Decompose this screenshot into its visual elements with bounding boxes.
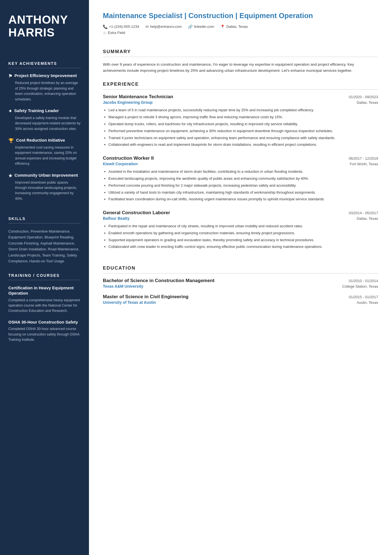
achievement-icon-4: ★: [8, 173, 12, 178]
exp-bullets-1: Led a team of 5 in road maintenance proj…: [103, 107, 378, 148]
exp-company-row-2: Kiewit Corporation Fort Worth, Texas: [103, 162, 378, 166]
contact-row: 📞 +1-(234)-555-1234 ✉ help@enhancv.com 🔗…: [103, 24, 378, 29]
bullet: Performed concrete pouring and finishing…: [108, 183, 378, 189]
exp-header-2: Construction Worker II 06/2017 - 12/2019: [103, 156, 378, 161]
achievement-desc-1: Reduced project timelines by an average …: [8, 80, 81, 102]
achievement-icon-1: ⚑: [8, 73, 12, 79]
exp-location-1: Dallas, Texas: [357, 100, 378, 105]
bullet: Collaborated with engineers to read and …: [108, 142, 378, 148]
main-content: Maintenance Specialist | Construction | …: [89, 0, 392, 555]
exp-company-1: Jacobs Engineering Group: [103, 100, 153, 105]
location-contact: 📍 Dallas, Texas: [220, 24, 248, 29]
edu-entry-1: Bachelor of Science in Construction Mana…: [103, 278, 378, 288]
training-item-2: OSHA 30-Hour Construction Safety Complet…: [8, 319, 81, 343]
linkedin-contact: 🔗 linkedin.com: [188, 24, 214, 29]
experience-section-title: EXPERIENCE: [103, 82, 378, 87]
achievement-title: ★ Community Urban Improvement: [8, 173, 81, 178]
exp-entry-2: Construction Worker II 06/2017 - 12/2019…: [103, 156, 378, 203]
achievements-section-title: KEY ACHIEVEMENTS: [8, 61, 81, 66]
training-title-2: OSHA 30-Hour Construction Safety: [8, 319, 81, 325]
exp-location-3: Dallas, Texas: [357, 216, 378, 221]
achievement-item: ★ Community Urban Improvement Improved d…: [8, 173, 81, 202]
candidate-name: ANTHONYHARRIS: [8, 13, 81, 39]
email-contact: ✉ help@enhancv.com: [145, 24, 182, 29]
extra-field-row: ☆ Extra Field: [103, 31, 378, 35]
bullet: Assisted in the installation and mainten…: [108, 169, 378, 175]
exp-entry-1: Senior Maintenance Technician 01/2020 - …: [103, 94, 378, 149]
edu-location-2: Austin, Texas: [357, 300, 378, 305]
linkedin-icon: 🔗: [188, 24, 193, 29]
location-text: Dallas, Texas: [226, 24, 248, 29]
bullet: Trained 4 junior technicians on equipmen…: [108, 135, 378, 141]
bullet: Led a team of 5 in road maintenance proj…: [108, 107, 378, 113]
exp-header-3: General Construction Laborer 03/2014 - 0…: [103, 210, 378, 216]
edu-entry-2: Master of Science in Civil Engineering 0…: [103, 294, 378, 305]
edu-dates-2: 01/2015 - 01/2017: [349, 294, 378, 299]
location-icon: 📍: [220, 24, 225, 29]
education-section-title: EDUCATION: [103, 265, 378, 271]
training-section-title: TRAINING / COURSES: [8, 273, 81, 278]
achievement-title: ✦ Safety Training Leader: [8, 108, 81, 114]
edu-degree-2: Master of Science in Civil Engineering: [103, 294, 188, 300]
summary-section-title: SUMMARY: [103, 49, 378, 55]
training-item-1: Certification in Heavy Equipment Operati…: [8, 285, 81, 314]
exp-company-3: Balfour Beatty: [103, 216, 130, 221]
bullet: Participated in the repair and maintenan…: [108, 223, 378, 229]
linkedin-text: linkedin.com: [194, 24, 214, 29]
phone-text: +1-(234)-555-1234: [109, 24, 139, 29]
achievement-title: ⚑ Project Efficiency Improvement: [8, 73, 81, 79]
summary-text: With over 9 years of experience in const…: [103, 61, 378, 74]
exp-bullets-2: Assisted in the installation and mainten…: [103, 169, 378, 202]
summary-divider: [103, 57, 378, 57]
bullet: Operated dump trucks, rollers, and backh…: [108, 121, 378, 127]
bullet: Managed a project to rebuild 3 driving a…: [108, 114, 378, 120]
bullet: Performed preventive maintenance on equi…: [108, 128, 378, 134]
skills-text: Construction, Preventive Maintenance, Eq…: [8, 228, 81, 264]
achievement-icon-2: ✦: [8, 108, 12, 114]
training-title-1: Certification in Heavy Equipment Operati…: [8, 285, 81, 296]
exp-dates-3: 03/2014 - 05/2017: [349, 210, 378, 215]
exp-job-title-2: Construction Worker II: [103, 156, 154, 161]
phone-contact: 📞 +1-(234)-555-1234: [103, 24, 139, 29]
training-desc-2: Completed OSHA 30-hour advanced course f…: [8, 326, 81, 342]
bullet: Collaborated with crew leader in erectin…: [108, 244, 378, 250]
edu-header-1: Bachelor of Science in Construction Mana…: [103, 278, 378, 283]
achievement-desc-3: Implemented cost-saving measures in equi…: [8, 145, 81, 167]
email-icon: ✉: [145, 24, 149, 29]
exp-dates-1: 01/2020 - 09/2023: [349, 94, 378, 99]
extra-icon: ☆: [103, 31, 106, 35]
edu-location-1: College Station, Texas: [342, 284, 378, 288]
achievement-item: ✦ Safety Training Leader Developed a saf…: [8, 108, 81, 132]
education-divider: [103, 273, 378, 273]
email-text: help@enhancv.com: [150, 24, 182, 29]
bullet: Supported equipment operators in grading…: [108, 237, 378, 243]
achievement-desc-2: Developed a safety training module that …: [8, 115, 81, 132]
bullet: Enabled smooth operations by gathering a…: [108, 230, 378, 236]
edu-dates-1: 01/2010 - 01/2014: [349, 278, 378, 283]
achievement-desc-4: Improved downtown public spaces through …: [8, 180, 81, 202]
bullet: Facilitated team coordination during on-…: [108, 196, 378, 202]
experience-divider: [103, 89, 378, 90]
exp-job-title-1: Senior Maintenance Technician: [103, 94, 173, 100]
achievement-title: 🏆 Cost Reduction Initiative: [8, 138, 81, 143]
bullet: Executed landscaping projects, improving…: [108, 176, 378, 182]
edu-school-row-1: Texas A&M University College Station, Te…: [103, 284, 378, 288]
skills-divider: [8, 223, 81, 223]
extra-field-text: Extra Field: [108, 31, 125, 35]
bullet: Utilized a variety of hand tools to main…: [108, 190, 378, 196]
exp-company-row-1: Jacobs Engineering Group Dallas, Texas: [103, 100, 378, 105]
exp-company-row-3: Balfour Beatty Dallas, Texas: [103, 216, 378, 221]
exp-job-title-3: General Construction Laborer: [103, 210, 170, 216]
exp-header-1: Senior Maintenance Technician 01/2020 - …: [103, 94, 378, 100]
achievement-icon-3: 🏆: [8, 138, 14, 143]
edu-school-row-2: University of Texas at Austin Austin, Te…: [103, 300, 378, 305]
exp-location-2: Fort Worth, Texas: [350, 162, 378, 166]
edu-school-2: University of Texas at Austin: [103, 300, 156, 305]
job-title-header: Maintenance Specialist | Construction | …: [103, 11, 378, 21]
exp-bullets-3: Participated in the repair and maintenan…: [103, 223, 378, 250]
edu-school-1: Texas A&M University: [103, 284, 143, 288]
training-divider: [8, 280, 81, 280]
exp-entry-3: General Construction Laborer 03/2014 - 0…: [103, 210, 378, 251]
achievements-divider: [8, 68, 81, 68]
skills-section-title: SKILLS: [8, 216, 81, 221]
